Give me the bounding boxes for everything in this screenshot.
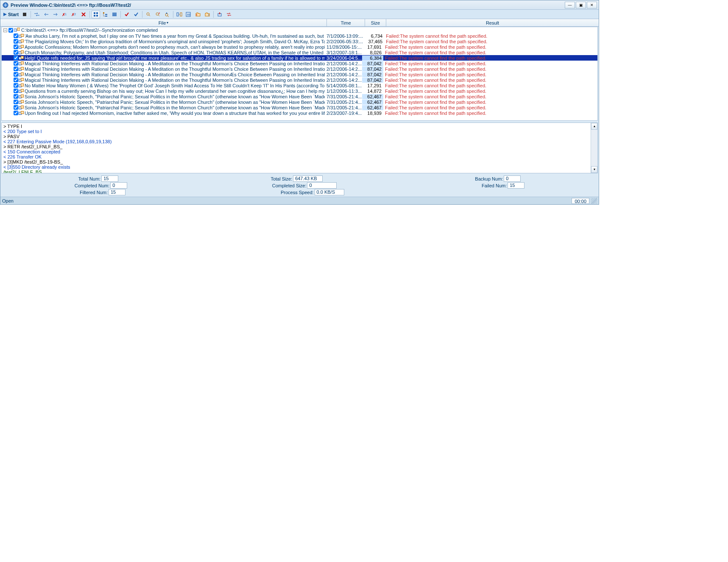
search2-icon[interactable]: 2 [153,11,162,18]
header-file[interactable]: File ▾ [0,19,327,26]
log-line: > [3]MKD /test2/_BS-19-BS_ [3,159,596,164]
svg-rect-12 [105,14,107,15]
row-checkbox[interactable] [14,100,18,104]
search1-icon[interactable] [144,11,153,18]
scroll-up-icon[interactable]: ▴ [591,123,597,130]
file-row[interactable]: Upon finding out I had rejected Mormonis… [2,110,597,116]
row-checkbox[interactable] [14,111,18,115]
row-checkbox[interactable] [14,72,18,77]
header-result[interactable]: Result [386,19,599,26]
file-row[interactable]: Sonia Johnson's Historic Speech, "Patria… [2,105,597,110]
sync-both-icon[interactable] [33,11,41,18]
file-size: 17,691 [362,45,383,50]
process-speed-value: 0.0 KB/S [315,189,344,195]
delete-both-icon[interactable] [79,11,88,18]
row-checkbox[interactable] [14,67,18,71]
failed-num-label: Failed Num: [482,183,507,188]
row-checkbox[interactable] [14,105,18,110]
file-row[interactable]: Magical Thinking Interferes with Rationa… [2,66,597,72]
file-time: 2/23/2007-19:4... [325,111,362,116]
file-row[interactable]: Help! Quote refs needed for; JS saying '… [2,55,597,61]
folder-right-icon[interactable] [203,11,212,18]
row-checkbox[interactable] [14,45,18,49]
start-button[interactable]: Start [2,11,20,18]
backup-num-value: 0 [504,175,521,182]
file-pair-icon [19,100,24,104]
file-row[interactable]: No Matter How Many Women ( & Wives) The … [2,83,597,88]
file-row[interactable]: Sonia Johnson's Historic Speech, "Patria… [2,94,597,99]
swap-icon[interactable] [225,11,233,18]
select-all-icon[interactable]: All [184,11,193,18]
separator [213,11,214,18]
row-checkbox[interactable] [14,33,18,38]
file-result: Failed:The system cannot find the path s… [383,72,597,77]
file-size: 6,734 [363,33,384,39]
row-checkbox[interactable] [14,56,18,60]
file-name: Sonia Johnson's Historic Speech, "Patria… [25,100,325,105]
file-row[interactable]: Magical Thinking Interferes with Rationa… [2,72,597,77]
view-tree-icon[interactable] [101,11,109,18]
log-line: < [3]550 Directory already exists [3,164,596,170]
close-button[interactable]: ✕ [587,2,597,8]
delete-target-icon[interactable]: ✗2 [70,11,78,18]
file-result: Failed:The system cannot find the path s… [383,78,597,83]
file-row[interactable]: Apostolic Confessions; Modern Mormon pro… [2,44,597,50]
ftp-log-pane[interactable]: > TYPE I< 200 Type set to I> PASV< 227 E… [1,122,598,173]
export-icon[interactable] [215,11,224,18]
row-checkbox[interactable] [14,94,18,99]
titlebar[interactable]: Preview Window-C:\bin\test2\ <==> ftp://… [0,0,599,10]
svg-rect-28 [14,29,17,31]
scroll-down-icon[interactable]: ▾ [591,166,597,173]
file-time: 11/28/2006-15:... [325,45,362,50]
file-name: Sonia Johnson's Historic Speech, "Patria… [25,105,325,110]
check-red-icon[interactable] [123,11,131,18]
minimize-button[interactable]: — [565,2,575,8]
maximize-button[interactable]: ▣ [576,2,586,8]
row-checkbox[interactable] [14,61,18,66]
file-pair-icon [19,45,24,49]
view-grid-icon[interactable] [92,11,100,18]
file-row[interactable]: Sonia Johnson's Historic Speech, "Patria… [2,99,597,105]
row-checkbox[interactable] [14,39,18,44]
app-icon [2,2,9,8]
sync-left-icon[interactable] [42,11,50,18]
compare-icon[interactable] [175,11,184,18]
file-row[interactable]: Church Monarchy, Polygamy, and Utah Stat… [2,50,597,55]
view-list-icon[interactable] [110,11,119,18]
file-row[interactable]: Questions from a currently serving Bisho… [2,88,597,94]
row-checkbox[interactable] [14,50,18,55]
sort-indicator-icon: ▾ [167,21,168,25]
tree-root[interactable]: − C:\bin\test2\ <==> ftp://BossW7/test2/… [2,27,597,33]
file-result: Failed:The system cannot find the path s… [383,67,597,72]
svg-rect-15 [112,14,117,15]
file-pair-icon [19,111,24,115]
row-checkbox[interactable] [14,89,18,93]
filtered-num-value: 15 [109,189,126,195]
file-pair-icon [19,50,24,55]
stop-button[interactable] [20,11,29,18]
delete-source-icon[interactable]: ✗1 [61,11,69,18]
svg-rect-21 [177,13,179,16]
log-scrollbar[interactable]: ▴ ▾ [591,123,597,173]
header-time[interactable]: Time [327,19,365,26]
file-row[interactable]: 'The Plagiarizing Moves On;' In the glor… [2,39,597,44]
folder-left-icon[interactable] [194,11,202,18]
separator [120,11,121,18]
search-up-icon[interactable] [163,11,171,18]
collapse-icon[interactable]: − [3,28,7,32]
row-checkbox[interactable] [14,78,18,82]
header-size[interactable]: Size [365,19,386,26]
file-size: 87,042 [362,61,383,66]
file-row[interactable]: 'Aw shucks Larry, I'm not a prophet, but… [2,33,597,39]
file-name: No Matter How Many Women ( & Wives) The … [25,83,325,88]
sync-right-icon[interactable] [51,11,60,18]
row-checkbox[interactable] [14,83,18,88]
file-row[interactable]: Magical Thinking Interferes with Rationa… [2,77,597,83]
file-size: 87,042 [362,67,383,72]
root-checkbox[interactable] [8,28,13,33]
check-blue-icon[interactable] [132,11,140,18]
resize-grip-icon[interactable] [591,198,597,204]
file-row[interactable]: Magical Thinking Interferes with Rationa… [2,61,597,66]
file-tree-pane[interactable]: − C:\bin\test2\ <==> ftp://BossW7/test2/… [1,27,598,121]
window-controls: — ▣ ✕ [565,2,597,8]
